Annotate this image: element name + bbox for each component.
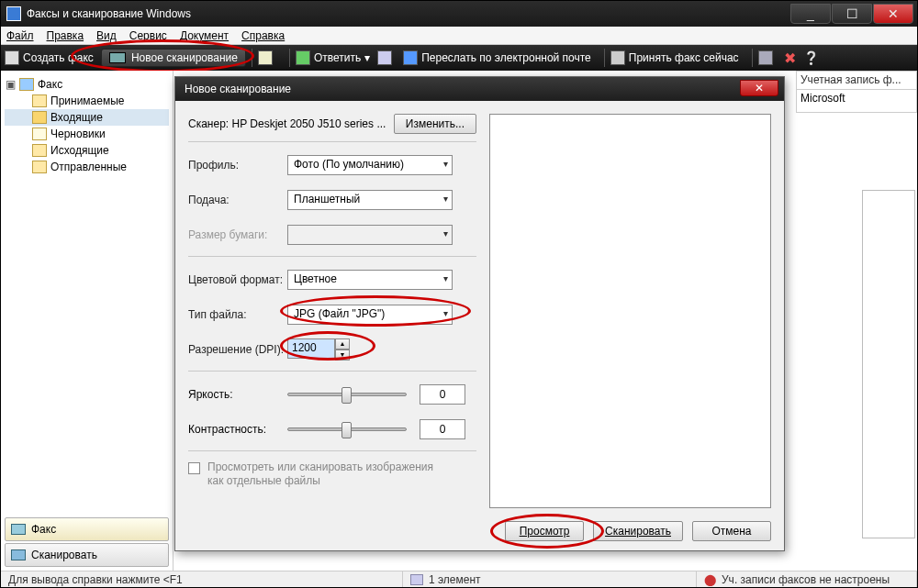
close-button[interactable]: ✕: [873, 4, 913, 24]
receive-fax-button[interactable]: Принять факс сейчас: [610, 50, 739, 65]
tree-label: Отправленные: [50, 161, 127, 173]
filetype-label: Тип файла:: [188, 308, 287, 321]
scan-button-label: Сканировать: [605, 525, 671, 538]
new-scan-button[interactable]: Новое сканирование: [101, 49, 246, 67]
color-label: Цветовой формат:: [188, 273, 287, 286]
dpi-spinner[interactable]: ▲▼: [335, 338, 350, 361]
help-icon: ❔: [803, 50, 819, 65]
chevron-down-icon: ▾: [364, 51, 370, 64]
tree-label: Исходящие: [50, 144, 109, 157]
account-panel: Учетная запись ф... Microsoft: [796, 71, 917, 113]
nav-fax-label: Факс: [31, 523, 56, 536]
receive-label: Принять факс сейчас: [629, 51, 739, 64]
delete-button[interactable]: ✖: [784, 50, 796, 67]
scanner-icon: [109, 52, 126, 63]
tree-item[interactable]: Черновики: [5, 126, 169, 142]
dialog-title: Новое сканирование: [175, 77, 784, 101]
profile-combo[interactable]: Фото (По умолчанию): [287, 155, 453, 175]
preview-button-label: Просмотр: [520, 525, 570, 538]
tree-item[interactable]: Отправленные: [5, 159, 169, 175]
reply-button[interactable]: Ответить ▾: [296, 50, 370, 65]
contrast-slider[interactable]: [287, 427, 407, 431]
tree-root-label: Факс: [38, 78, 62, 91]
tree-root[interactable]: ▣ Факс: [5, 76, 169, 93]
menu-view[interactable]: Вид: [96, 29, 117, 42]
menu-help[interactable]: Справка: [241, 29, 285, 42]
forward-icon: [403, 50, 418, 65]
contrast-value[interactable]: 0: [420, 419, 465, 439]
preview-button[interactable]: Просмотр: [505, 521, 584, 541]
cancel-button[interactable]: Отмена: [692, 521, 771, 541]
separator: [289, 49, 290, 67]
scanner-lbl-text: Сканер:: [188, 117, 229, 130]
folder-icon: [32, 111, 47, 124]
window-title: Факсы и сканирование Windows: [27, 7, 789, 20]
forward-button[interactable]: Переслать по электронной почте: [403, 50, 591, 65]
dpi-input[interactable]: 1200: [287, 338, 335, 359]
tree-label: Принимаемые: [50, 94, 124, 107]
fax-root-icon: [19, 78, 34, 91]
dialog-close-button[interactable]: ✕: [740, 80, 778, 96]
filetype-combo[interactable]: JPG (Файл "JPG"): [287, 305, 453, 325]
maximize-button[interactable]: ☐: [832, 4, 872, 24]
scanner-label: Сканер: HP Deskjet 2050 J510 series ...: [188, 117, 394, 130]
scan-button[interactable]: Сканировать: [593, 521, 683, 541]
spin-down-icon[interactable]: ▼: [335, 349, 350, 361]
create-fax-button[interactable]: Создать факс: [5, 50, 94, 65]
scan-preview-area: [489, 114, 771, 508]
brightness-label: Яркость:: [188, 388, 287, 401]
slider-thumb[interactable]: [341, 422, 352, 438]
printer-icon: [758, 50, 773, 65]
toolbar: Создать факс Новое сканирование Ответить…: [1, 45, 917, 71]
separator: [252, 49, 252, 67]
toolbar-ic2[interactable]: [377, 50, 396, 65]
feed-combo[interactable]: Планшетный: [287, 190, 453, 210]
print-button[interactable]: [758, 50, 777, 65]
scanner-name-text: HP Deskjet 2050 J510 series ...: [232, 117, 386, 130]
paper-label: Размер бумаги:: [188, 228, 287, 241]
menu-service[interactable]: Сервис: [129, 29, 167, 42]
menubar: Файл Правка Вид Сервис Документ Справка: [1, 27, 917, 45]
status-fax-label: Уч. записи факсов не настроены: [722, 573, 890, 586]
nav-scan-button[interactable]: Сканировать: [5, 543, 169, 567]
folder-icon: [32, 128, 47, 140]
change-scanner-button[interactable]: Изменить...: [394, 114, 476, 134]
feed-label: Подача:: [188, 194, 287, 206]
color-combo[interactable]: Цветное: [287, 270, 453, 290]
nav-fax-button[interactable]: Факс: [5, 517, 169, 541]
folder-icon: [32, 161, 47, 173]
brightness-slider[interactable]: [287, 393, 407, 396]
warning-icon: ⬤: [704, 573, 716, 586]
status-fax: ⬤ Уч. записи факсов не настроены: [697, 571, 917, 587]
tree-item[interactable]: Принимаемые: [5, 93, 169, 109]
separate-files-label: Просмотреть или сканировать изображения …: [207, 460, 446, 488]
divider: [188, 141, 476, 142]
spin-up-icon[interactable]: ▲: [335, 338, 350, 349]
new-scan-dialog: Новое сканирование ✕ Сканер: HP Deskjet …: [174, 76, 785, 551]
tree-item[interactable]: Исходящие: [5, 142, 169, 159]
tree-item-selected[interactable]: Входящие: [5, 109, 169, 126]
help-button[interactable]: ❔: [803, 50, 819, 65]
dpi-label: Разрешение (DPI):: [188, 343, 287, 356]
status-items-label: 1 элемент: [429, 573, 481, 586]
page-icon: [258, 50, 273, 65]
collapse-icon[interactable]: ▣: [5, 78, 16, 91]
items-icon: [410, 574, 423, 585]
menu-document[interactable]: Документ: [180, 29, 229, 42]
divider: [188, 371, 476, 372]
scan-small-icon: [11, 549, 26, 560]
create-fax-label: Создать факс: [23, 51, 94, 64]
menu-edit[interactable]: Правка: [47, 29, 84, 42]
divider: [188, 256, 476, 257]
separator: [752, 49, 753, 67]
brightness-value[interactable]: 0: [420, 384, 465, 405]
profile-label: Профиль:: [188, 159, 287, 172]
slider-thumb[interactable]: [341, 387, 352, 404]
minimize-button[interactable]: _: [790, 4, 831, 24]
fax-small-icon: [11, 524, 26, 535]
delete-icon: ✖: [784, 50, 796, 67]
toolbar-ic1[interactable]: [258, 50, 276, 65]
mail-icon: [377, 50, 392, 65]
menu-file[interactable]: Файл: [6, 29, 34, 42]
account-row[interactable]: Microsoft: [797, 90, 916, 106]
